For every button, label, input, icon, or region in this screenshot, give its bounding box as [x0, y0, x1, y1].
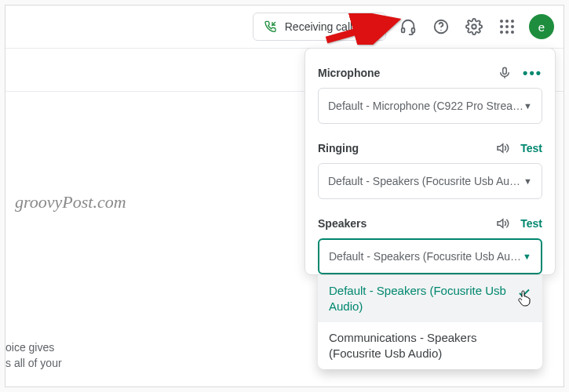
- check-icon: [517, 286, 531, 303]
- settings-gear-icon[interactable]: [463, 16, 485, 38]
- speakers-test-button[interactable]: Test: [520, 217, 542, 230]
- svg-rect-1: [412, 28, 415, 33]
- ringing-test-button[interactable]: Test: [520, 142, 542, 154]
- chevron-down-icon: ▼: [523, 101, 532, 111]
- svg-rect-9: [503, 67, 507, 74]
- apps-grid-icon[interactable]: [496, 16, 518, 38]
- microphone-select[interactable]: Default - Microphone (C922 Pro Strea… ▼: [318, 88, 542, 124]
- receiving-calls-label: Receiving calls: [285, 20, 358, 33]
- volume-icon[interactable]: [495, 216, 509, 230]
- speakers-option[interactable]: Communications - Speakers (Focusrite Usb…: [318, 322, 542, 369]
- svg-point-3: [440, 30, 441, 31]
- section-title-ringing: Ringing: [318, 142, 359, 154]
- call-in-icon: [264, 20, 277, 33]
- speakers-option[interactable]: Default - Speakers (Focusrite Usb Audio): [318, 275, 542, 322]
- cropped-text: oice gives s all of your: [5, 339, 62, 371]
- section-title-microphone: Microphone: [318, 67, 380, 79]
- ringing-value: Default - Speakers (Focusrite Usb Aud…: [328, 175, 523, 187]
- help-icon[interactable]: [430, 16, 452, 38]
- speakers-select[interactable]: Default - Speakers (Focusrite Usb Aud… ▼: [318, 238, 542, 274]
- avatar-letter: e: [538, 20, 545, 34]
- ringing-select[interactable]: Default - Speakers (Focusrite Usb Aud… ▼: [318, 163, 542, 199]
- svg-point-4: [472, 24, 476, 29]
- mic-icon[interactable]: [498, 66, 512, 80]
- microphone-value: Default - Microphone (C922 Pro Strea…: [328, 100, 523, 112]
- speakers-option-label: Communications - Speakers (Focusrite Usb…: [329, 330, 531, 361]
- chevron-down-icon: ▼: [523, 252, 531, 261]
- speakers-value: Default - Speakers (Focusrite Usb Aud…: [329, 250, 523, 263]
- speakers-option-label: Default - Speakers (Focusrite Usb Audio): [329, 283, 511, 314]
- volume-icon[interactable]: [495, 141, 509, 155]
- more-horiz-icon[interactable]: •••: [523, 69, 542, 77]
- receiving-calls-pill[interactable]: Receiving calls ▼: [253, 13, 386, 41]
- account-avatar[interactable]: e: [529, 14, 554, 39]
- chevron-down-icon: ▼: [523, 176, 532, 186]
- cropped-text-line: s all of your: [5, 355, 62, 371]
- svg-rect-0: [402, 28, 405, 33]
- speakers-dropdown: Default - Speakers (Focusrite Usb Audio)…: [318, 274, 542, 369]
- cropped-text-line: oice gives: [5, 339, 62, 355]
- section-title-speakers: Speakers: [318, 217, 367, 230]
- audio-settings-panel: Microphone ••• Default - Microphone (C92…: [305, 48, 556, 275]
- headset-icon[interactable]: [397, 16, 419, 38]
- watermark-text: groovyPost.com: [15, 192, 126, 212]
- chevron-down-icon: ▼: [366, 22, 374, 31]
